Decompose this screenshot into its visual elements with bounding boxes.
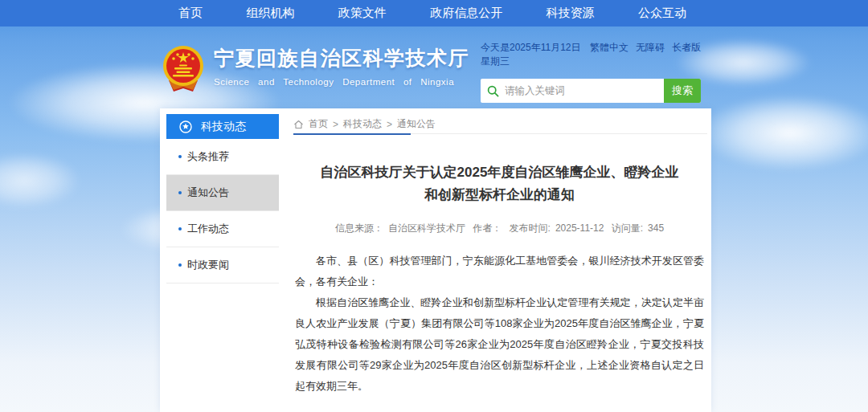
today-date-text: 今天是2025年11月12日 星期三 bbox=[481, 41, 590, 68]
header-utility: 今天是2025年11月12日 星期三 繁體中文 无障碍 长者版 搜索 bbox=[481, 41, 701, 103]
article-paragraph: 各市、县（区）科技管理部门，宁东能源化工基地管委会，银川经济技术开发区管委会，各… bbox=[295, 251, 704, 292]
sidebar-item-headline-recommend[interactable]: 头条推荐 bbox=[166, 139, 279, 175]
breadcrumb: 首页 > 科技动态 > 通知公告 bbox=[293, 115, 706, 133]
meta-source-value: 自治区科学技术厅 bbox=[388, 222, 465, 234]
nav-item-sci-tech-resources[interactable]: 科技资源 bbox=[547, 6, 595, 21]
meta-author-label: 作者： bbox=[473, 222, 502, 234]
site-branding[interactable]: 宁夏回族自治区科学技术厅 Science and Technology Depa… bbox=[162, 45, 469, 93]
nav-item-home[interactable]: 首页 bbox=[178, 6, 203, 21]
dateline: 今天是2025年11月12日 星期三 繁體中文 无障碍 长者版 bbox=[481, 41, 701, 68]
sidebar-item-work-news[interactable]: 工作动态 bbox=[166, 211, 279, 247]
nav-item-gov-info-disclosure[interactable]: 政府信息公开 bbox=[430, 6, 502, 21]
link-accessibility[interactable]: 无障碍 bbox=[636, 41, 665, 68]
sidebar-item-label: 时政要闻 bbox=[187, 258, 229, 272]
sidebar-title: 科技动态 bbox=[201, 120, 246, 134]
brand-text: 宁夏回族自治区科学技术厅 Science and Technology Depa… bbox=[214, 45, 469, 87]
sci-tech-news-icon bbox=[178, 120, 193, 134]
link-traditional-chinese[interactable]: 繁體中文 bbox=[590, 41, 628, 68]
national-emblem-logo bbox=[162, 45, 204, 93]
search-icon bbox=[481, 79, 505, 103]
bullet-icon bbox=[178, 263, 182, 267]
language-links: 繁體中文 无障碍 长者版 bbox=[590, 41, 701, 68]
sidebar-menu: 科技动态 头条推荐 通知公告 工作动态 时政要闻 bbox=[166, 114, 279, 284]
article-title: 自治区科技厅关于认定2025年度自治区雏鹰企业、瞪羚企业和创新型标杆企业的通知 bbox=[314, 161, 686, 206]
top-nav-items: 首页 组织机构 政策文件 政府信息公开 科技资源 公众互动 bbox=[178, 0, 686, 27]
article-meta: 信息来源：自治区科学技术厅 作者： 发布时间:2025-11-12 访问量:34… bbox=[293, 222, 706, 235]
page: 首页 组织机构 政策文件 政府信息公开 科技资源 公众互动 宁夏回族自治区科学技… bbox=[0, 0, 868, 412]
article-body: 各市、县（区）科技管理部门，宁东能源化工基地管委会，银川经济技术开发区管委会，各… bbox=[293, 251, 706, 397]
breadcrumb-separator: > bbox=[387, 119, 392, 130]
search-button[interactable]: 搜索 bbox=[664, 79, 701, 103]
meta-source-label: 信息来源： bbox=[335, 222, 383, 234]
bullet-icon bbox=[178, 191, 182, 194]
breadcrumb-sci-tech-news[interactable]: 科技动态 bbox=[343, 117, 382, 131]
cloud-decoration bbox=[0, 153, 80, 209]
home-icon bbox=[293, 120, 304, 129]
top-nav-bar: 首页 组织机构 政策文件 政府信息公开 科技资源 公众互动 bbox=[0, 0, 868, 27]
meta-views-value: 345 bbox=[648, 222, 664, 234]
breadcrumb-home[interactable]: 首页 bbox=[309, 117, 328, 131]
breadcrumb-notices[interactable]: 通知公告 bbox=[397, 117, 436, 131]
breadcrumb-separator: > bbox=[333, 119, 338, 130]
breadcrumb-divider bbox=[293, 133, 706, 135]
meta-time-value: 2025-11-12 bbox=[555, 222, 604, 234]
nav-item-organization[interactable]: 组织机构 bbox=[246, 6, 294, 21]
article-content-area: 首页 > 科技动态 > 通知公告 自治区科技厅关于认定2025年度自治区雏鹰企业… bbox=[293, 115, 706, 412]
breadcrumb-active-underline bbox=[293, 133, 411, 135]
sidebar-item-label: 头条推荐 bbox=[187, 149, 229, 164]
bullet-icon bbox=[178, 227, 182, 230]
cloud-decoration bbox=[698, 95, 868, 171]
search-bar: 搜索 bbox=[481, 79, 701, 103]
sidebar-item-label: 通知公告 bbox=[187, 186, 229, 200]
sidebar-item-notices[interactable]: 通知公告 bbox=[166, 175, 279, 211]
link-elderly-version[interactable]: 长者版 bbox=[672, 41, 701, 68]
site-title: 宁夏回族自治区科学技术厅 bbox=[214, 45, 469, 71]
sidebar-item-current-politics[interactable]: 时政要闻 bbox=[166, 247, 279, 284]
nav-item-policy-documents[interactable]: 政策文件 bbox=[338, 6, 387, 21]
search-input[interactable] bbox=[505, 79, 664, 103]
meta-views-label: 访问量: bbox=[612, 222, 643, 234]
site-subtitle-english: Science and Technology Department of Nin… bbox=[214, 77, 469, 87]
bullet-icon bbox=[178, 155, 182, 158]
sidebar-item-label: 工作动态 bbox=[187, 222, 229, 236]
nav-item-public-interaction[interactable]: 公众互动 bbox=[638, 6, 686, 21]
main-content-panel: 科技动态 头条推荐 通知公告 工作动态 时政要闻 bbox=[160, 108, 711, 412]
meta-time-label: 发布时间: bbox=[510, 222, 551, 234]
sidebar-header: 科技动态 bbox=[166, 114, 279, 139]
article-paragraph: 根据自治区雏鹰企业、瞪羚企业和创新型标杆企业认定管理有关规定，决定认定半亩良人农… bbox=[295, 292, 704, 397]
